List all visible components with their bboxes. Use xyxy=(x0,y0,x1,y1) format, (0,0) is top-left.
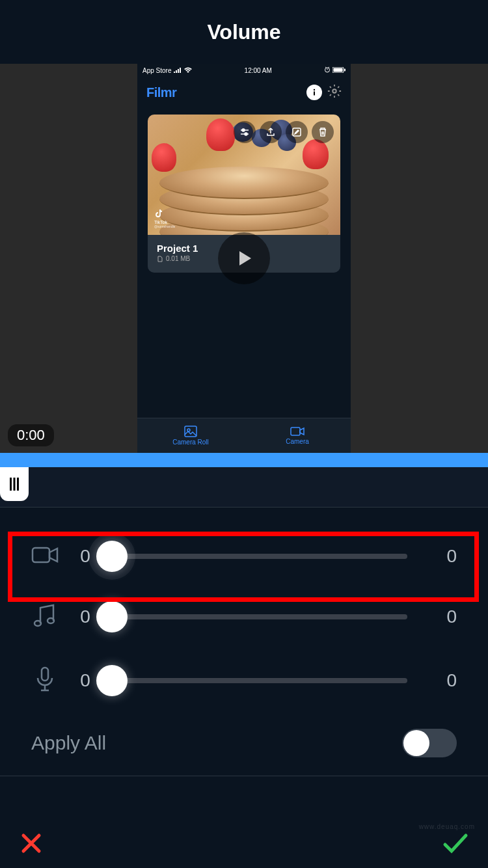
project-thumbnail: TikTok @somehandle xyxy=(148,115,340,235)
confirm-button[interactable] xyxy=(441,830,470,859)
svg-rect-10 xyxy=(344,68,346,71)
svg-rect-22 xyxy=(10,478,12,491)
toggle-knob xyxy=(403,730,429,756)
music-volume-slider[interactable] xyxy=(112,614,407,619)
play-icon xyxy=(233,247,255,269)
svg-rect-25 xyxy=(33,548,49,562)
header: Volume xyxy=(0,0,488,64)
bottom-tabs: Camera Roll Camera xyxy=(137,418,351,453)
svg-rect-24 xyxy=(17,478,19,491)
mic-volume-right: 0 xyxy=(424,670,457,691)
music-volume-right: 0 xyxy=(424,606,457,627)
svg-rect-0 xyxy=(174,72,175,73)
check-icon xyxy=(441,830,470,856)
edit-icon[interactable] xyxy=(286,121,308,143)
back-to-appstore: App Store xyxy=(142,67,171,74)
clip-row xyxy=(0,467,488,508)
svg-rect-28 xyxy=(42,668,48,681)
svg-line-6 xyxy=(325,67,327,68)
clip-handle[interactable] xyxy=(0,467,29,501)
footer-actions xyxy=(0,821,488,868)
music-volume-row: 0 0 xyxy=(0,586,488,648)
apply-all-label: Apply All xyxy=(31,732,106,754)
settings-icon[interactable] xyxy=(327,84,342,101)
close-icon xyxy=(18,830,44,856)
mic-volume-left: 0 xyxy=(75,670,95,691)
app-logo: Filmr xyxy=(146,85,176,100)
svg-point-15 xyxy=(242,129,245,131)
watermark: www.deuaq.com xyxy=(419,823,475,830)
video-icon xyxy=(31,544,59,569)
tab-label: Camera Roll xyxy=(172,439,209,446)
mic-volume-row: 0 0 xyxy=(0,648,488,713)
tab-label: Camera xyxy=(286,438,309,445)
page-title: Volume xyxy=(207,20,280,44)
playback-time: 0:00 xyxy=(8,424,54,446)
svg-rect-3 xyxy=(180,68,181,73)
mic-volume-slider[interactable] xyxy=(112,678,407,683)
svg-rect-21 xyxy=(291,427,300,435)
gallery-icon xyxy=(184,426,197,437)
svg-rect-12 xyxy=(314,92,315,96)
svg-point-17 xyxy=(245,133,247,135)
svg-point-11 xyxy=(314,89,315,90)
play-button[interactable] xyxy=(218,232,270,284)
share-icon[interactable] xyxy=(260,121,282,143)
alarm-icon xyxy=(324,66,331,74)
grip-icon xyxy=(8,476,20,492)
tab-camera-roll[interactable]: Camera Roll xyxy=(137,418,244,453)
svg-rect-9 xyxy=(334,68,343,72)
mic-icon xyxy=(31,665,59,696)
svg-line-7 xyxy=(329,67,330,68)
slider-thumb[interactable] xyxy=(96,541,128,572)
signal-icon xyxy=(174,67,182,74)
battery-icon xyxy=(332,67,346,74)
project-size: 0.01 MB xyxy=(166,255,190,262)
camera-icon xyxy=(290,426,305,437)
music-volume-left: 0 xyxy=(75,606,95,627)
volume-sliders: 0 0 0 0 0 0 Apply All xyxy=(0,508,488,776)
delete-icon[interactable] xyxy=(312,121,334,143)
slider-thumb[interactable] xyxy=(96,665,128,696)
tiktok-watermark: TikTok @somehandle xyxy=(154,208,175,228)
music-icon xyxy=(31,603,59,631)
svg-rect-19 xyxy=(185,426,197,437)
svg-rect-23 xyxy=(14,478,16,491)
wifi-icon xyxy=(184,67,192,74)
apply-all-toggle[interactable] xyxy=(402,729,457,757)
slider-thumb[interactable] xyxy=(96,601,128,632)
app-topbar: Filmr xyxy=(137,77,351,108)
svg-rect-2 xyxy=(178,69,179,73)
info-icon[interactable] xyxy=(306,85,322,100)
phone-statusbar: App Store 12:00 AM xyxy=(137,64,351,77)
video-preview-area: App Store 12:00 AM Filmr xyxy=(0,64,488,453)
timeline-scrubber[interactable] xyxy=(0,453,488,467)
statusbar-time: 12:00 AM xyxy=(245,67,272,74)
svg-point-13 xyxy=(332,89,336,93)
tab-camera[interactable]: Camera xyxy=(244,418,351,453)
svg-rect-1 xyxy=(176,70,177,73)
video-volume-right: 0 xyxy=(424,546,457,567)
adjust-icon[interactable] xyxy=(234,121,256,143)
video-volume-row: 0 0 xyxy=(0,527,488,586)
file-icon xyxy=(157,256,163,262)
cancel-button[interactable] xyxy=(18,830,44,859)
apply-all-row: Apply All xyxy=(0,713,488,776)
video-volume-slider[interactable] xyxy=(112,554,407,559)
